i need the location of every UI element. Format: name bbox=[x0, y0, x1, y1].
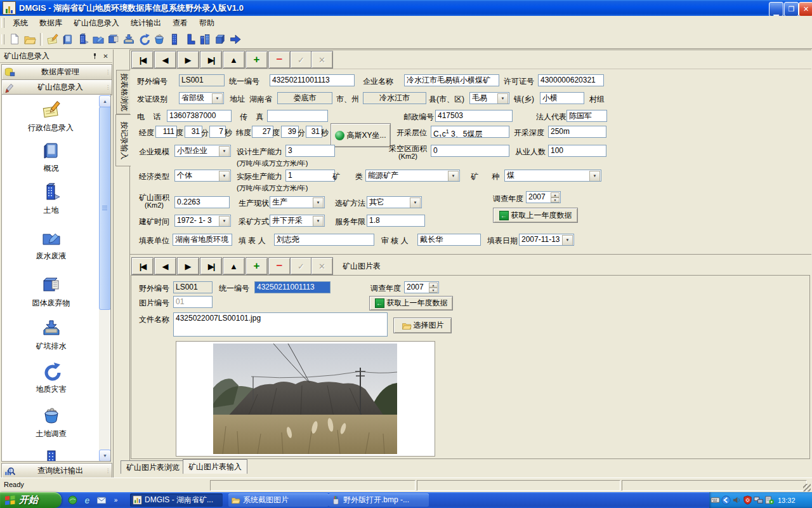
spin-down-icon[interactable]: ▼ bbox=[429, 288, 438, 293]
pic-nav-first-button[interactable]: |◀ bbox=[131, 257, 154, 275]
mining-method-combo[interactable]: 井下开采▼ bbox=[270, 215, 325, 227]
gauss-xy-button[interactable]: 高斯XY坐... bbox=[331, 123, 391, 147]
minimize-button[interactable]: ▁ bbox=[769, 2, 783, 17]
fill-unit-input[interactable]: 湖南省地质环境 bbox=[173, 234, 232, 246]
tab-entry-by-record[interactable]: 按记录输入 bbox=[115, 114, 131, 166]
nav-last-button[interactable]: ▶| bbox=[200, 51, 222, 69]
scroll-up-icon[interactable]: ▲ bbox=[99, 95, 111, 107]
dressing-combo[interactable]: 其它▼ bbox=[367, 196, 422, 208]
mine-drainage-icon[interactable] bbox=[121, 32, 136, 46]
file-name-input[interactable]: 4325022007LS00101.jpg bbox=[173, 312, 388, 337]
language-bar-icon[interactable] bbox=[721, 495, 731, 505]
scale-combo[interactable]: 小型企业▼ bbox=[174, 145, 231, 157]
mining-depth-input[interactable]: 250m bbox=[548, 126, 606, 138]
fill-date-combo[interactable]: 2007-11-13▼ bbox=[519, 234, 574, 246]
pic-nav-cancel-button[interactable]: ✕ bbox=[311, 257, 333, 275]
longitude-deg-input[interactable]: 111 bbox=[155, 126, 177, 138]
chevron-down-icon[interactable]: ▼ bbox=[212, 93, 223, 104]
chevron-down-icon[interactable]: ▼ bbox=[562, 235, 573, 246]
overview-icon[interactable] bbox=[60, 32, 75, 46]
chevron-down-icon[interactable]: ▼ bbox=[219, 146, 230, 157]
solid-waste-icon[interactable] bbox=[106, 32, 121, 46]
pic-get-prev-year-button[interactable]: ←获取上一年度数据 bbox=[369, 296, 453, 311]
pic-nav-prev-button[interactable]: ◀ bbox=[154, 257, 176, 275]
tab-browse-by-table[interactable]: 按表格浏览 bbox=[116, 70, 130, 114]
pic-field-no-input[interactable]: LS001 bbox=[173, 281, 213, 293]
spin-up-icon[interactable]: ▲ bbox=[551, 192, 560, 197]
latitude-deg-input[interactable]: 27 bbox=[252, 126, 273, 138]
chevron-down-icon[interactable]: ▼ bbox=[313, 216, 324, 227]
pic-survey-year-spinner[interactable]: 2007▲▼ bbox=[404, 281, 439, 293]
latitude-sec-input[interactable]: 31 bbox=[306, 126, 322, 138]
mine-kind-combo[interactable]: 煤▼ bbox=[504, 170, 601, 182]
cert-level-combo[interactable]: 省部级▼ bbox=[179, 92, 224, 104]
service-years-input[interactable]: 1.8 bbox=[367, 215, 425, 227]
longitude-min-input[interactable]: 31 bbox=[185, 126, 202, 138]
auditor-input[interactable]: 戴长华 bbox=[417, 234, 481, 246]
pin-icon[interactable] bbox=[90, 51, 100, 61]
pic-no-input[interactable]: 01 bbox=[173, 296, 213, 308]
menu-help[interactable]: 帮助 bbox=[193, 17, 220, 30]
tab-picture-table-entry[interactable]: 矿山图片表输入 bbox=[183, 459, 247, 474]
sidebar-group-mine-entry[interactable]: 矿山信息录入 ⋮ bbox=[1, 79, 112, 95]
company-input[interactable]: 冷水江市毛易镇小横煤矿 bbox=[404, 74, 499, 86]
town-input[interactable]: 小横 bbox=[540, 92, 584, 104]
choose-picture-button[interactable]: 选择图片 bbox=[393, 318, 452, 333]
actual-cap-input[interactable]: 1 bbox=[285, 170, 335, 182]
sidebar-item-land[interactable]: 土地 bbox=[8, 182, 94, 215]
economy-combo[interactable]: 个体▼ bbox=[174, 170, 231, 182]
nav-confirm-button[interactable]: ✓ bbox=[290, 51, 312, 69]
land-icon[interactable] bbox=[75, 32, 90, 46]
sidebar-group-database[interactable]: 数据库管理 ⋮ bbox=[1, 64, 112, 80]
mining-layer-input[interactable]: C1c1 3、5煤层 bbox=[431, 126, 509, 138]
resize-grip[interactable] bbox=[803, 484, 811, 491]
nav-next-button[interactable]: ▶ bbox=[177, 51, 199, 69]
postcode-input[interactable]: 417503 bbox=[435, 110, 513, 122]
pic-nav-next-button[interactable]: ▶ bbox=[177, 257, 199, 275]
field-no-input[interactable]: LS001 bbox=[179, 74, 225, 86]
restore-button[interactable]: ❐ bbox=[784, 2, 799, 17]
county-combo[interactable]: 毛易▼ bbox=[469, 92, 509, 104]
legal-rep-input[interactable]: 陈国军 bbox=[566, 110, 607, 122]
phone-input[interactable]: 13607387000 bbox=[167, 110, 232, 122]
taskbar-task-dmgis[interactable]: DMGIS - 湖南省矿... bbox=[130, 493, 223, 507]
taskbar-task-paint[interactable]: 野外版打开.bmp -... bbox=[329, 493, 429, 507]
quicklaunch-mail-icon[interactable] bbox=[96, 495, 107, 505]
volume-icon[interactable] bbox=[732, 495, 742, 505]
scroll-down-icon[interactable]: ▼ bbox=[99, 450, 111, 462]
taskbar-task-folder[interactable]: 系统截图图片 bbox=[228, 493, 329, 507]
chevron-down-icon[interactable]: ▼ bbox=[589, 171, 600, 182]
chevron-down-icon[interactable]: ▼ bbox=[448, 171, 459, 182]
tab-picture-table-browse[interactable]: 矿山图片表浏览 bbox=[121, 460, 185, 474]
keyboard-icon[interactable] bbox=[710, 495, 720, 505]
scroll-thumb[interactable] bbox=[99, 107, 111, 310]
cube-icon[interactable] bbox=[213, 32, 227, 46]
nav-add-button[interactable]: + bbox=[246, 51, 268, 69]
quicklaunch-ie-icon[interactable]: e bbox=[82, 495, 93, 505]
close-button[interactable]: ✕ bbox=[799, 2, 812, 17]
sidebar-item-mine-drainage[interactable]: 矿坑排水 bbox=[8, 318, 94, 351]
sidebar-scrollbar[interactable]: ▲ ▼ bbox=[99, 95, 110, 462]
quicklaunch-chevron-icon[interactable]: » bbox=[110, 495, 121, 505]
mine-area-input[interactable]: 0.2263 bbox=[174, 196, 230, 208]
sidebar-group-query-output[interactable]: 查询统计输出 ⋮ bbox=[1, 463, 112, 479]
open-folder-icon[interactable] bbox=[22, 32, 37, 46]
sidebar-item-land-survey[interactable]: 土地调查 bbox=[8, 406, 94, 438]
menu-statistics-output[interactable]: 统计输出 bbox=[125, 17, 167, 30]
build-time-combo[interactable]: 1972- 1- 3▼ bbox=[174, 215, 231, 227]
license-input[interactable]: 4300000620321 bbox=[538, 74, 604, 86]
spin-down-icon[interactable]: ▼ bbox=[551, 197, 560, 203]
close-icon[interactable]: ✕ bbox=[101, 51, 110, 61]
workers-input[interactable]: 100 bbox=[548, 145, 606, 157]
buildings-icon[interactable] bbox=[197, 32, 212, 46]
start-button[interactable]: 开始 bbox=[0, 492, 62, 508]
sidebar-item-partial[interactable] bbox=[8, 449, 94, 462]
spin-up-icon[interactable]: ▲ bbox=[429, 283, 438, 288]
network-icon[interactable] bbox=[754, 495, 763, 505]
chevron-down-icon[interactable]: ▼ bbox=[497, 93, 508, 104]
nav-delete-button[interactable]: − bbox=[268, 51, 291, 69]
quicklaunch-desktop-icon[interactable] bbox=[67, 495, 78, 505]
filler-input[interactable]: 刘志尧 bbox=[274, 234, 374, 246]
sidebar-item-geo-hazard[interactable]: 地质灾害 bbox=[8, 361, 94, 394]
sidebar-item-wastewater[interactable]: 废水废液 bbox=[8, 228, 94, 260]
